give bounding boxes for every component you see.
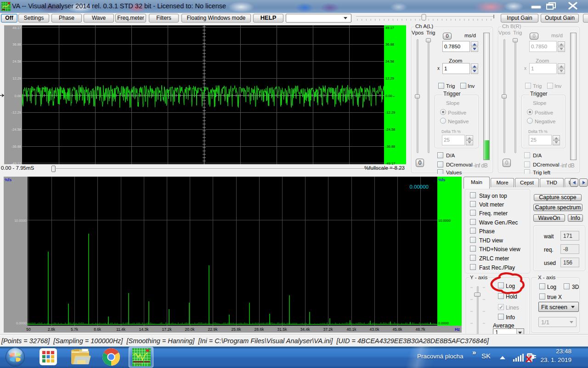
svg-text:22.9k: 22.9k [208,327,218,332]
svg-text:34.4k: 34.4k [300,327,311,332]
svg-text:36.88: 36.88 [12,42,21,46]
svg-text:5.7k: 5.7k [71,327,79,332]
svg-text:-24.58: -24.58 [11,127,21,132]
svg-text:43.0k: 43.0k [370,327,380,332]
svg-text:48.7k: 48.7k [416,327,426,332]
svg-text:49.17: 49.17 [12,26,21,30]
svg-text:28.6k: 28.6k [254,327,265,332]
svg-text:8.6k: 8.6k [94,327,102,332]
svg-text:2.8k: 2.8k [48,327,56,332]
svg-text:0.0000: 0.0000 [438,321,449,325]
svg-text:0.00000: 0.00000 [409,184,429,190]
svg-text:20.0k: 20.0k [185,327,195,332]
svg-text:12.29: 12.29 [12,76,21,80]
svg-text:0.00: 0.00 [14,94,21,98]
svg-text:-12.29: -12.29 [385,110,395,115]
svg-text:10.0000: 10.0000 [438,218,451,223]
svg-text:37.2k: 37.2k [323,327,334,332]
svg-text:14.3k: 14.3k [139,327,149,332]
svg-text:40.1k: 40.1k [347,327,357,332]
svg-text:12.29: 12.29 [385,76,394,80]
svg-text:Hz: Hz [455,327,460,332]
svg-text:-24.58: -24.58 [385,127,395,132]
svg-text:%fs: %fs [438,178,445,182]
svg-text:10.0000: 10.0000 [14,218,27,223]
svg-text:45.8k: 45.8k [393,327,403,332]
svg-text:-36.88: -36.88 [385,144,395,149]
svg-text:24.58: 24.58 [12,59,21,63]
svg-text:0.00←: 0.00← [385,94,396,98]
svg-text:50: 50 [26,327,31,332]
svg-text:%fs: %fs [5,178,11,182]
svg-text:-12.29: -12.29 [11,110,21,115]
svg-text:36.88: 36.88 [385,42,394,46]
svg-text:31.5k: 31.5k [277,327,288,332]
svg-text:25.8k: 25.8k [232,327,242,332]
svg-text:49.17: 49.17 [385,26,394,30]
svg-text:24.58: 24.58 [385,59,394,63]
svg-text:-36.88: -36.88 [11,144,21,149]
svg-text:17.2k: 17.2k [162,327,172,332]
svg-text:11.4k: 11.4k [116,327,126,332]
svg-text:0.0000: 0.0000 [16,321,27,325]
